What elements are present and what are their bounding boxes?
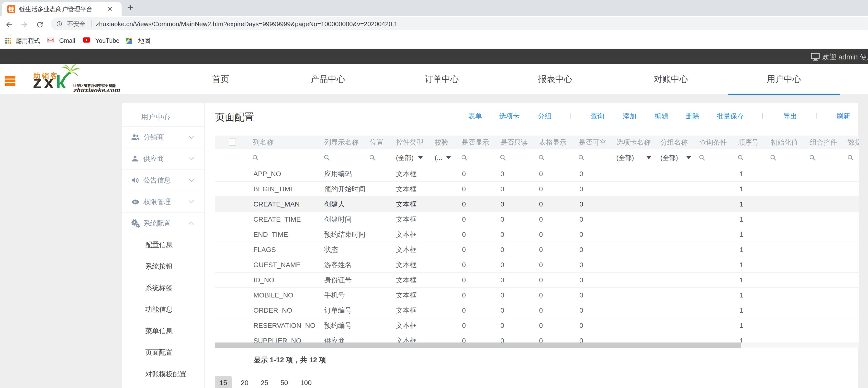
caret-down-icon[interactable] — [418, 156, 423, 159]
filter-select-group_name[interactable]: (全部) — [660, 149, 678, 166]
security-label[interactable]: 不安全 — [67, 18, 85, 30]
reload-icon[interactable] — [36, 21, 44, 29]
sidebar-subitem-0[interactable]: 配置信息 — [122, 234, 205, 256]
sidebar-subitem-2[interactable]: 系统标签 — [122, 277, 205, 299]
filter-select-control_type[interactable]: (全部) — [396, 149, 413, 166]
toolbar-add-link[interactable]: 添加 — [623, 112, 637, 121]
column-header-query_cond[interactable]: 查询条件 — [700, 136, 727, 149]
nav-item-5[interactable]: 用户中心 — [728, 64, 840, 94]
address-bar[interactable]: 不安全 zhuxiaoke.cn/Views/Common/MainNew2.h… — [51, 18, 868, 30]
column-header-grid_show[interactable]: 表格显示 — [539, 136, 566, 149]
table-row[interactable]: GUEST_NAME游客姓名文本框00001 — [215, 257, 859, 272]
toolbar-export-link[interactable]: 导出 — [783, 112, 797, 121]
nav-item-0[interactable]: 首页 — [164, 64, 277, 94]
toolbar-delete-link[interactable]: 删除 — [686, 112, 700, 121]
browser-tab[interactable]: 链 链生活多业态商户管理平台 ✕ — [2, 2, 122, 16]
page-size-option-4[interactable]: 100 — [298, 376, 314, 388]
sidebar-subitem-6[interactable]: 对账模板配置 — [122, 363, 205, 385]
filter-search-icon-readonly[interactable] — [499, 154, 506, 162]
info-icon[interactable] — [56, 21, 62, 27]
column-header-validate[interactable]: 校验 — [435, 136, 448, 149]
nav-item-3[interactable]: 报表中心 — [499, 64, 611, 94]
caret-down-icon[interactable] — [646, 156, 651, 159]
filter-select-tab_name[interactable]: (全部) — [616, 149, 634, 166]
column-header-col_name[interactable]: 列名称 — [253, 136, 273, 149]
nav-item-4[interactable]: 对账中心 — [615, 64, 727, 94]
sidebar-subitem-5[interactable]: 页面配置 — [122, 342, 205, 363]
column-header-group_name[interactable]: 分组名称 — [660, 136, 688, 149]
column-header-combo[interactable]: 组合控件 — [810, 136, 837, 149]
table-row[interactable]: FLAGS状态文本框00001 — [215, 242, 859, 257]
table-row[interactable]: APP_NO应用编码文本框00001 — [215, 166, 859, 181]
filter-search-icon-grid_show[interactable] — [538, 154, 545, 162]
page-size-option-3[interactable]: 50 — [276, 376, 292, 388]
column-header-readonly[interactable]: 是否只读 — [500, 136, 528, 149]
back-icon[interactable] — [5, 21, 13, 29]
page-size-option-1[interactable]: 20 — [236, 376, 253, 388]
nav-item-1[interactable]: 产品中心 — [272, 64, 384, 94]
column-header-position[interactable]: 位置 — [370, 136, 383, 149]
toolbar-refresh-link[interactable]: 刷新 — [836, 112, 850, 121]
filter-search-icon-col_name[interactable] — [252, 154, 259, 162]
table-row[interactable]: CREATE_MAN创建人文本框00001 — [215, 197, 859, 212]
forward-icon[interactable] — [20, 21, 28, 29]
column-header-nullable[interactable]: 是否可空 — [579, 136, 606, 149]
filter-search-icon-datasource[interactable] — [847, 154, 854, 162]
new-tab-button[interactable]: + — [125, 2, 136, 13]
sidebar-item-3[interactable]: 权限管理 — [122, 191, 205, 213]
filter-search-icon-query_cond[interactable] — [699, 154, 706, 162]
horizontal-scrollbar[interactable] — [215, 342, 859, 348]
filter-search-icon-init_value[interactable] — [770, 154, 777, 162]
nav-item-2[interactable]: 订单中心 — [386, 64, 498, 94]
table-row[interactable]: MOBILE_NO手机号文本框00001 — [215, 288, 859, 303]
page-size-option-0[interactable]: 15 — [215, 376, 231, 388]
toolbar-tabs-link[interactable]: 选项卡 — [499, 112, 520, 121]
hamburger-menu-icon[interactable] — [5, 76, 16, 86]
filter-search-icon-position[interactable] — [369, 154, 376, 162]
column-header-visible[interactable]: 是否显示 — [462, 136, 489, 149]
sidebar-item-0[interactable]: 分销商 — [122, 126, 205, 148]
column-header-control_type[interactable]: 控件类型 — [396, 136, 423, 149]
brand-logo[interactable]: 助销客 zxk 让景区智慧营销变得更智能 zhuxiaoke.com — [33, 64, 150, 94]
sidebar-item-1[interactable]: 供应商 — [122, 148, 205, 170]
filter-search-icon-visible[interactable] — [461, 154, 468, 162]
column-header-order[interactable]: 顺序号 — [738, 136, 759, 149]
table-row[interactable]: CREATE_TIME创建时间文本框00001 — [215, 212, 859, 227]
column-header-datasource[interactable]: 数据源 — [848, 136, 859, 149]
column-header-init_value[interactable]: 初始化值 — [771, 136, 798, 149]
sidebar-subitem-4[interactable]: 菜单信息 — [122, 320, 205, 342]
filter-search-icon-order[interactable] — [737, 154, 744, 162]
sidebar-item-2[interactable]: 公告信息 — [122, 170, 205, 191]
toolbar-group-link[interactable]: 分组 — [538, 112, 552, 121]
toolbar-batch-save-link[interactable]: 批量保存 — [717, 112, 744, 121]
filter-search-icon-nullable[interactable] — [578, 154, 585, 162]
table-row[interactable]: ORDER_NO订单编号文本框00001 — [215, 303, 859, 318]
column-header-tab_name[interactable]: 选项卡名称 — [616, 136, 651, 149]
cell-visible: 0 — [462, 181, 466, 197]
table-row[interactable]: RESERVATION_NO预约编号文本框00001 — [215, 318, 859, 333]
filter-search-icon-display_name[interactable] — [323, 154, 331, 162]
tab-close-icon[interactable]: ✕ — [105, 4, 115, 14]
filter-select-validate[interactable]: (... — [435, 149, 442, 166]
toolbar-query-link[interactable]: 查询 — [590, 112, 604, 121]
sidebar-subitem-3[interactable]: 功能信息 — [122, 299, 205, 320]
table-row[interactable]: ID_NO身份证号文本框00001 — [215, 272, 859, 288]
caret-down-icon[interactable] — [446, 156, 451, 159]
toolbar-edit-link[interactable]: 编辑 — [655, 112, 669, 121]
table-row[interactable]: END_TIME预约结束时间文本框00001 — [215, 227, 859, 242]
select-all-checkbox[interactable] — [229, 139, 236, 146]
column-header-display_name[interactable]: 列显示名称 — [324, 136, 359, 149]
page-size-option-2[interactable]: 25 — [256, 376, 273, 388]
bookmark-label: 地圖 — [138, 33, 150, 49]
sidebar-item-label: 公告信息 — [143, 170, 171, 191]
table-row[interactable]: BEGIN_TIME预约开始时间文本框00001 — [215, 181, 859, 197]
toolbar-form-link[interactable]: 表单 — [468, 112, 482, 121]
filter-search-icon-combo[interactable] — [809, 154, 816, 162]
caret-down-icon[interactable] — [686, 156, 691, 159]
url-text[interactable]: zhuxiaoke.cn/Views/Common/MainNew2.htm?e… — [96, 18, 397, 30]
cell-visible: 0 — [462, 303, 466, 318]
scrollbar-thumb[interactable] — [215, 342, 741, 348]
cell-display_name: 身份证号 — [324, 272, 352, 288]
sidebar-subitem-1[interactable]: 系统按钮 — [122, 256, 205, 277]
sidebar-item-4[interactable]: 系统配置 — [122, 213, 205, 234]
